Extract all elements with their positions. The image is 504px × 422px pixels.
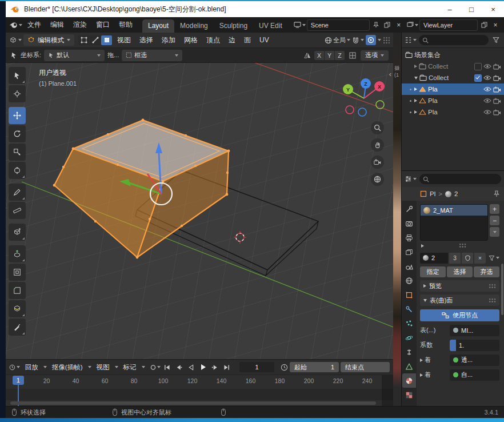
snap-toggle-button[interactable] [352,35,364,45]
pin-icon[interactable] [494,190,499,197]
loop-cut-tool[interactable] [9,300,26,317]
camera-render-icon[interactable] [493,86,501,93]
use-nodes-button[interactable]: 使用节点 [420,309,499,321]
properties-tab-object-data[interactable] [402,359,416,373]
outliner-filter-button[interactable] [491,35,501,45]
preset-dropdown[interactable]: 默认 [44,50,105,61]
tab-uv-edit[interactable]: UV Edit [253,19,288,33]
collection-include-checkbox[interactable] [474,74,482,82]
mirror-z-button[interactable]: Z [335,51,345,60]
frame-end-field[interactable]: 结束点 [341,362,390,372]
preview-section-header[interactable]: 预览 [420,280,499,292]
viewlayer-remove-button[interactable]: × [490,20,501,30]
shader-b-dropdown[interactable]: 自... [450,369,499,381]
mirror-y-button[interactable]: Y [325,51,334,60]
collection-exclude-checkbox[interactable] [474,63,482,70]
navigation-gizmo[interactable]: Z X Y [343,75,386,119]
properties-tab-world[interactable] [402,273,416,288]
menu-render[interactable]: 渲染 [69,17,91,33]
bevel-tool[interactable] [9,282,26,299]
outliner-row-plane-3[interactable]: Pla [402,106,504,118]
extrude-region-tool[interactable] [9,245,26,262]
playhead[interactable]: 1 [13,376,24,385]
menu-keying[interactable]: 抠像(插帧) [49,363,86,372]
camera-view-icon[interactable] [371,156,384,169]
camera-render-icon[interactable] [493,98,501,104]
snap-grid-icon[interactable] [347,50,358,61]
drag-handle-icon[interactable] [459,243,466,248]
current-frame-field[interactable]: 1 [239,362,274,372]
properties-tab-tool[interactable] [402,202,416,216]
knife-tool[interactable] [9,319,26,336]
jump-next-keyframe-button[interactable] [210,362,220,372]
properties-scrollbar[interactable] [501,264,503,315]
menu-timeline-view[interactable]: 视图 [93,363,113,372]
viewlayer-selector[interactable]: ViewLayer [419,19,478,31]
jump-to-start-button[interactable] [162,362,173,372]
jump-prev-keyframe-button[interactable] [174,362,184,372]
scene-selector[interactable]: Scene [307,19,370,31]
properties-tab-particles[interactable] [402,316,416,331]
properties-tab-object[interactable] [402,288,416,302]
scene-unlink-button[interactable]: × [394,20,404,30]
tab-sculpting[interactable]: Sculpting [214,19,253,33]
jump-to-end-button[interactable] [222,362,232,372]
expand-icon[interactable] [414,65,417,68]
menu-edge[interactable]: 边 [225,35,239,45]
breadcrumb-material[interactable]: 2 [454,190,458,197]
properties-tab-view-layer[interactable] [402,245,416,259]
pan-hand-icon[interactable] [371,138,384,152]
slot-specials-button[interactable] [490,227,499,237]
assign-button[interactable]: 指定 [420,266,446,277]
gizmo-x-label[interactable]: X [378,84,381,90]
scene-copy-button[interactable] [382,20,393,30]
surface-section-header[interactable]: 表(曲)面 [420,294,499,306]
play-button[interactable] [198,362,208,372]
eye-icon[interactable] [483,98,491,103]
material-filter-button[interactable] [489,253,499,263]
viewlayer-browse-button[interactable] [406,20,418,30]
menu-markers[interactable]: 标记 [120,363,140,372]
transform-orientation-dropdown[interactable]: 全局 [325,35,350,45]
outliner-row-plane-active[interactable]: Pla [402,83,504,95]
expand-icon[interactable] [414,110,417,114]
frame-start-field[interactable]: 起始 1 [290,362,339,372]
outliner-editor-type-button[interactable] [405,35,417,45]
menu-face[interactable]: 面 [241,35,254,45]
properties-tab-output[interactable] [402,230,416,245]
edge-select-mode-button[interactable] [90,35,101,45]
camera-render-icon[interactable] [493,63,501,70]
properties-search-input[interactable] [419,174,501,184]
tab-modeling[interactable]: Modeling [174,19,214,33]
tab-layout[interactable]: Layout [142,19,174,33]
close-button[interactable]: × [482,1,504,17]
expand-icon[interactable] [421,244,424,248]
breadcrumb-object[interactable]: Pl [430,190,435,197]
blender-menu-button[interactable] [9,20,22,30]
menu-add[interactable]: 添加 [158,35,179,45]
perspective-toggle-icon[interactable] [371,173,384,186]
timeline-ruler[interactable]: 20 40 60 80 100 120 140 160 180 200 220 … [6,375,393,406]
factor-slider[interactable]: 1. [450,340,499,351]
measure-tool[interactable] [9,202,26,219]
drag-mode-dropdown[interactable]: 框选 [122,50,182,61]
rotate-tool[interactable] [9,125,26,142]
scale-tool[interactable] [9,144,26,161]
outliner-row-plane-2[interactable]: Pla [402,95,504,106]
vertex-select-mode-button[interactable] [78,35,89,45]
inset-faces-tool[interactable] [9,264,26,281]
face-select-mode-button[interactable] [101,35,112,45]
expand-icon[interactable] [420,359,423,362]
outliner-search-input[interactable] [419,35,489,45]
properties-tab-texture[interactable] [402,388,416,402]
menu-playback[interactable]: 回放 [22,363,42,372]
minimize-button[interactable]: – [439,1,461,17]
outliner-row-collection-2[interactable]: Collect [402,72,504,83]
camera-render-icon[interactable] [493,75,501,81]
proportional-editing-button[interactable] [366,35,376,45]
editor-type-button[interactable] [9,35,22,45]
eye-icon[interactable] [483,86,491,92]
sidebar-collapse-arrow[interactable]: ‹ [389,70,391,78]
viewlayer-copy-button[interactable] [479,20,489,30]
overflow-menu-icon[interactable] [383,37,390,43]
